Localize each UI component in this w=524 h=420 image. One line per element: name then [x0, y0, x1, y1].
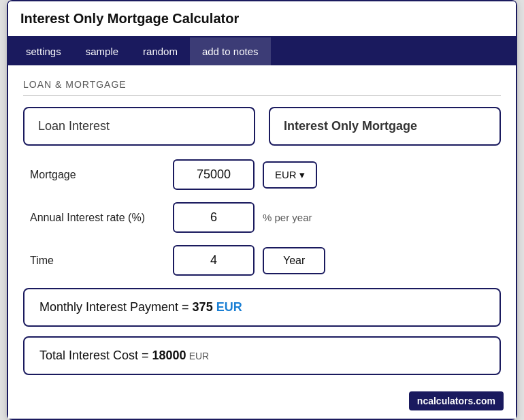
- currency-selector[interactable]: EUR ▾: [263, 161, 317, 189]
- total-result-box: Total Interest Cost = 18000EUR: [23, 336, 501, 375]
- time-label: Time: [23, 255, 173, 267]
- title-bar: Interest Only Mortgage Calculator: [7, 0, 517, 37]
- total-result-currency: EUR: [189, 351, 210, 361]
- nav-settings[interactable]: settings: [14, 37, 73, 65]
- calculator-type-row: Loan Interest Interest Only Mortgage: [23, 107, 501, 146]
- monthly-result-currency: EUR: [216, 300, 242, 314]
- time-row: Time Year: [23, 245, 501, 276]
- annual-rate-label: Annual Interest rate (%): [23, 212, 173, 224]
- calculator-wrapper: Interest Only Mortgage Calculator settin…: [7, 0, 517, 420]
- total-result-value: 18000: [152, 349, 186, 362]
- monthly-result-box: Monthly Interest Payment = 375 EUR: [23, 288, 501, 327]
- time-unit-selector[interactable]: Year: [263, 247, 325, 274]
- calculator-title: Interest Only Mortgage Calculator: [20, 11, 239, 26]
- nav-random[interactable]: random: [131, 37, 190, 65]
- monthly-result-value: 375: [193, 300, 213, 314]
- time-input[interactable]: [173, 245, 255, 276]
- total-result-label: Total Interest Cost =: [39, 349, 152, 362]
- nav-add-to-notes[interactable]: add to notes: [190, 37, 271, 65]
- mortgage-row: Mortgage EUR ▾: [23, 159, 501, 190]
- loan-interest-button[interactable]: Loan Interest: [23, 107, 255, 146]
- mortgage-label: Mortgage: [23, 169, 173, 181]
- nav-sample[interactable]: sample: [73, 37, 131, 65]
- annual-rate-input[interactable]: [173, 202, 255, 233]
- branding: ncalculators.com: [409, 391, 504, 410]
- monthly-result-label: Monthly Interest Payment =: [39, 300, 193, 314]
- nav-bar: settings sample random add to notes: [7, 37, 517, 65]
- interest-only-mortgage-button[interactable]: Interest Only Mortgage: [269, 107, 501, 146]
- mortgage-input[interactable]: [173, 159, 255, 190]
- section-label: LOAN & MORTGAGE: [23, 79, 501, 96]
- main-content: LOAN & MORTGAGE Loan Interest Interest O…: [7, 65, 517, 420]
- annual-rate-unit: % per year: [263, 212, 312, 223]
- annual-rate-row: Annual Interest rate (%) % per year: [23, 202, 501, 233]
